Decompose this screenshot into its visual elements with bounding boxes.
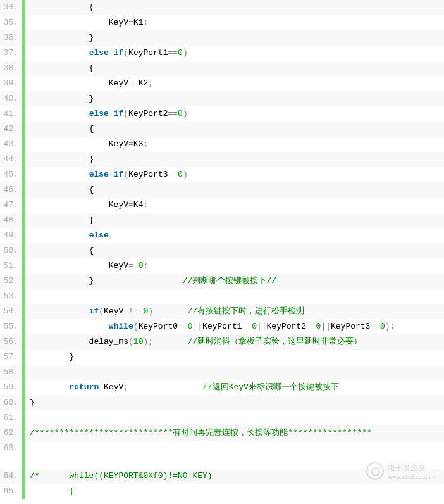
- code-line: 65. {: [0, 484, 444, 499]
- token-plain: [109, 109, 114, 118]
- token-op: );: [385, 322, 395, 331]
- line-number: 59.: [0, 380, 22, 395]
- logo-icon: [366, 462, 384, 480]
- token-op: =: [128, 261, 133, 270]
- code-line: 54. if(KeyV != 0) //有按键按下时，进行松手检测: [0, 304, 444, 319]
- code-content: {: [25, 484, 444, 499]
- token-op: =: [128, 139, 133, 149]
- token-op: ): [183, 48, 188, 58]
- token-op: =: [128, 79, 133, 88]
- code-content: [25, 365, 444, 380]
- token-plain: [30, 322, 109, 331]
- line-number: 53.: [0, 289, 22, 304]
- line-number: 60.: [0, 395, 22, 410]
- token-num: 0: [380, 322, 385, 331]
- token-num: 0: [252, 322, 257, 331]
- line-number: 44.: [0, 152, 22, 167]
- watermark: 电子发烧友 www.elecfans.com: [366, 462, 435, 480]
- code-line: 40. }: [0, 91, 444, 106]
- line-number: 41.: [0, 106, 22, 122]
- line-number: 48.: [0, 213, 22, 228]
- code-content: }: [25, 152, 444, 167]
- token-kw: if: [89, 306, 99, 316]
- code-line: 39. KeyV= K2;: [0, 76, 444, 91]
- code-content: [25, 410, 444, 425]
- token-num: 10: [133, 337, 144, 346]
- code-line: 55. while(KeyPort0==0||KeyPort1==0||KeyP…: [0, 319, 444, 334]
- token-op: ==: [168, 109, 178, 118]
- token-op: ==: [242, 322, 252, 331]
- token-plain: K4: [133, 200, 144, 210]
- code-content: else if(KeyPort2==0): [25, 106, 444, 122]
- token-kw: while: [109, 322, 133, 331]
- token-plain: KeyPort1: [202, 322, 242, 331]
- token-kw: else: [89, 230, 109, 240]
- token-plain: [30, 367, 35, 377]
- token-op: !=: [128, 306, 139, 316]
- code-content: {: [25, 182, 444, 198]
- token-plain: [30, 230, 89, 240]
- token-plain: {: [30, 246, 94, 255]
- line-number: 45.: [0, 167, 22, 182]
- code-line: 48. }: [0, 213, 444, 228]
- line-number: 54.: [0, 304, 22, 319]
- token-op: (: [128, 337, 133, 346]
- token-op: ==: [168, 170, 178, 179]
- token-plain: [30, 443, 35, 453]
- code-line: 43. KeyV=K3;: [0, 137, 444, 152]
- code-line: 53.: [0, 289, 444, 304]
- token-op: ;: [148, 79, 153, 88]
- token-kw: else: [89, 48, 109, 58]
- token-op: (: [99, 306, 104, 316]
- code-content: {: [25, 61, 444, 76]
- code-content: [25, 289, 444, 304]
- token-plain: K1: [133, 18, 144, 27]
- line-number: 56.: [0, 334, 22, 350]
- code-line: 61.: [0, 410, 444, 425]
- line-number: 47.: [0, 198, 22, 213]
- code-viewer: 34. {35. KeyV=K1;36. }37. else if(KeyPor…: [0, 0, 444, 499]
- token-op: ): [183, 109, 188, 118]
- code-content: KeyV=K3;: [25, 137, 444, 152]
- line-number: 46.: [0, 182, 22, 198]
- token-plain: }: [30, 398, 35, 407]
- token-plain: KeyPort0: [139, 322, 178, 331]
- token-plain: [30, 109, 89, 118]
- line-number: 43.: [0, 137, 22, 152]
- token-kw: else: [89, 170, 109, 179]
- token-kw: return: [69, 382, 99, 392]
- token-plain: {: [30, 3, 94, 12]
- token-plain: }: [30, 276, 183, 286]
- token-plain: }: [30, 352, 74, 362]
- code-line: 36. }: [0, 30, 444, 46]
- line-number: 34.: [0, 0, 22, 15]
- line-number: 37.: [0, 46, 22, 61]
- code-content: else if(KeyPort3==0): [25, 167, 444, 182]
- line-number: 65.: [0, 484, 22, 499]
- code-line: 44. }: [0, 152, 444, 167]
- token-plain: [30, 382, 69, 392]
- token-plain: delay_ms: [30, 337, 128, 346]
- code-line: 41. else if(KeyPort2==0): [0, 106, 444, 122]
- code-content: }: [25, 395, 444, 410]
- token-plain: [30, 48, 89, 58]
- code-content: KeyV= 0;: [25, 258, 444, 274]
- token-op: (: [123, 109, 128, 118]
- token-op: ): [183, 170, 188, 179]
- token-op: (: [123, 48, 128, 58]
- line-number: 36.: [0, 30, 22, 46]
- token-op: ==: [168, 48, 178, 58]
- line-number: 51.: [0, 258, 22, 274]
- token-plain: [30, 413, 35, 422]
- line-number: 64.: [0, 469, 22, 484]
- code-line: 62./****************************有时间再完善连按…: [0, 425, 444, 441]
- token-op: (: [133, 322, 139, 331]
- token-cmt: //判断哪个按键被按下//: [183, 276, 276, 286]
- token-plain: KeyV: [30, 18, 128, 27]
- token-num: 0: [178, 170, 183, 179]
- code-line: 59. return KeyV; //返回KeyV来标识哪一个按键被按下: [0, 380, 444, 395]
- code-line: 57. }: [0, 350, 444, 365]
- token-plain: [153, 337, 188, 346]
- token-op: ==: [370, 322, 380, 331]
- code-content: }: [25, 213, 444, 228]
